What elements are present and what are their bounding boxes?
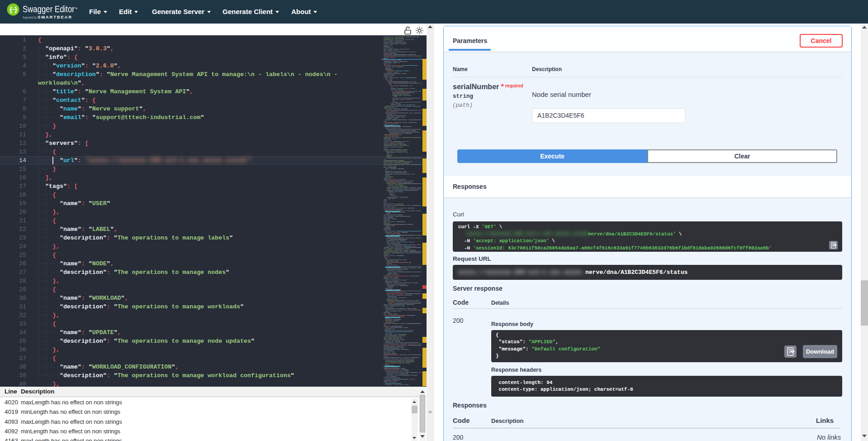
svg-text:}: } — [14, 5, 17, 13]
